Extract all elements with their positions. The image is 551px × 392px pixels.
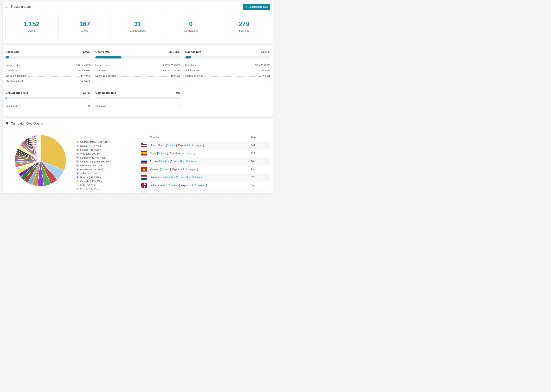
country-cell: United States [Details ›] [Export: All ›… <box>150 144 204 147</box>
legend-item[interactable]: Netherlands ( 67 / 4% ) <box>76 156 111 159</box>
country-links: [Details ›] [Export: All › / Unique ›] <box>169 184 207 187</box>
geo-table-row: Vietnam [Details ›] [Export: All › / Uni… <box>140 165 270 173</box>
stat-cell: 279 Bounces <box>218 14 270 40</box>
clicks-rate-panel: Clicks rate 4.46% Unique clicks167 / 4.4… <box>6 50 90 84</box>
export-all-link[interactable]: All › <box>187 144 191 147</box>
geo-table-row: Spain [Details ›] [Export: All › / Uniqu… <box>140 149 270 157</box>
legend-item[interactable]: Romania ( 49 / 3% ) <box>76 168 111 171</box>
stat-cell: 1,152 Opens <box>6 14 57 40</box>
clicks-rate-bar <box>6 56 90 58</box>
rate-detail-row: Soft bounces18 / 0% <box>185 68 270 73</box>
stat-value: 279 <box>218 21 270 28</box>
details-link[interactable]: Details › <box>161 168 170 171</box>
geo-table-row: United States [Details ›] [Export: All ›… <box>140 141 270 149</box>
stat-value: 1,152 <box>6 21 57 28</box>
country-cell: Russia [Details ›] [Export: All › / Uniq… <box>150 160 197 163</box>
legend-item[interactable]: France ( 42 / 2% ) <box>76 176 111 179</box>
unsubscribe-rate-bar <box>6 97 90 99</box>
geo-table-row: Netherlands [Details ›] [Export: All › /… <box>140 173 270 181</box>
details-link[interactable]: Details › <box>158 152 167 155</box>
complaints-rate-panel: Complaints rate 0% Complaints0 <box>95 91 180 109</box>
unsubscribe-rate-panel: Unsubscribe rate 0.77% Unsubscribes31 <box>6 91 90 109</box>
export-unique-link[interactable]: Unique › <box>189 192 198 193</box>
legend-item[interactable]: Spain ( 121 / 7% ) <box>76 144 111 147</box>
country-links: [Details ›] [Export: All › / Unique ›] <box>164 176 202 179</box>
rate-detail-row: Unique clicks167 / 4.456% <box>6 63 90 68</box>
export-all-link[interactable]: All › <box>185 176 190 179</box>
geo-table-header: Country Total <box>140 128 270 141</box>
stats-summary-row: 1,152 Opens 167 Clicks 31 Unsubscribes 0… <box>6 14 270 40</box>
legend-swatch <box>76 172 78 175</box>
geo-table-row: United Kingdom [Details ›] [Export: All … <box>140 181 270 189</box>
export-unique-link[interactable]: Unique › <box>185 152 194 155</box>
legend-label: Vietnam ( 79 / 5% ) <box>80 152 102 155</box>
bounce-rate-title: Bounce rate <box>185 50 201 54</box>
rate-detail-row: Total clicks220 / 5.87% <box>6 68 90 73</box>
country-links: [Details ›] [Export: All › / Unique ›] <box>160 168 198 171</box>
bar-chart-icon <box>6 5 9 8</box>
legend-item[interactable]: United Kingdom ( 59 / 3% ) <box>76 160 111 163</box>
export-all-link[interactable]: All › <box>182 192 186 193</box>
tracking-stats-card: Tracking stats Export basic stats 1,152 … <box>3 2 273 43</box>
legend-item[interactable]: Italy ( 36 / 2% ) <box>76 184 111 187</box>
details-link[interactable]: Details › <box>165 176 175 179</box>
geo-legend: United States ( 541 / 31% ) Spain ( 121 … <box>76 140 111 193</box>
stat-label: Complaints <box>165 29 217 32</box>
details-link[interactable]: Details › <box>159 160 169 163</box>
country-flag-icon <box>141 191 147 193</box>
stat-value: 167 <box>59 21 110 28</box>
export-basic-stats-button[interactable]: Export basic stats <box>243 4 270 10</box>
export-all-link[interactable]: All › <box>178 152 183 155</box>
legend-item[interactable]: United States ( 541 / 31% ) <box>76 140 111 143</box>
legend-item[interactable]: Canada ( 40 / 2% ) <box>76 180 111 183</box>
country-cell: Netherlands [Details ›] [Export: All › /… <box>150 176 202 179</box>
legend-swatch <box>76 168 78 170</box>
export-all-link[interactable]: All › <box>181 168 185 171</box>
export-unique-link[interactable]: Unique › <box>188 168 197 171</box>
geo-title-text: Campaign Geo Opens <box>11 122 43 125</box>
opens-rate-panel: Opens rate 30.736% Unique opens1,152 / 3… <box>95 50 180 84</box>
legend-label: United Kingdom ( 59 / 3% ) <box>80 160 111 163</box>
export-unique-link[interactable]: Unique › <box>186 160 196 163</box>
legend-label: France ( 42 / 2% ) <box>80 176 101 179</box>
legend-item[interactable]: Russia ( 86 / 5% ) <box>76 148 111 151</box>
export-unique-link[interactable]: Unique › <box>194 144 203 147</box>
stat-label: Bounces <box>218 29 270 32</box>
stat-cell: 0 Complaints <box>165 14 217 40</box>
country-flag-icon <box>141 167 147 172</box>
legend-item[interactable]: South Africa ( 29 / 2% ) <box>76 192 111 193</box>
legend-item[interactable]: India ( 46 / 3% ) <box>76 172 111 175</box>
dotted-leader <box>108 107 178 107</box>
rate-detail-row: Total opens2,303 / 61.446% <box>95 68 180 73</box>
dotted-leader <box>111 66 162 66</box>
export-icon <box>245 6 247 8</box>
geo-table-row: Russia [Details ›] [Export: All › / Uniq… <box>140 157 270 165</box>
legend-item[interactable]: Germany ( 55 / 3% ) <box>76 164 111 167</box>
export-all-link[interactable]: All › <box>179 160 184 163</box>
export-all-link[interactable]: All › <box>190 184 194 187</box>
rate-detail-row: Unsubscribes31 <box>6 104 90 109</box>
total-cell: 121 <box>251 152 270 155</box>
stat-label: Unsubscribes <box>112 29 164 32</box>
country-links: [Details ›] [Export: All › / Unique ›] <box>161 192 199 193</box>
country-flag-icon <box>141 151 147 155</box>
geo-pie-chart <box>14 135 66 187</box>
export-unique-link[interactable]: Unique › <box>197 184 206 187</box>
complaints-rate-bar <box>95 97 180 99</box>
rates-card: Clicks rate 4.46% Unique clicks167 / 4.4… <box>3 46 273 116</box>
clicks-rate-bar-fill <box>6 56 9 58</box>
legend-swatch <box>76 192 78 193</box>
details-link[interactable]: Details › <box>162 192 171 193</box>
details-link[interactable]: Details › <box>167 144 176 147</box>
geo-title: Campaign Geo Opens <box>6 122 43 125</box>
bounce-rate-bar-fill <box>185 56 191 58</box>
details-link[interactable]: Details › <box>170 184 179 187</box>
total-cell: 67 <box>251 176 270 179</box>
legend-item[interactable]: Vietnam ( 79 / 5% ) <box>76 152 111 155</box>
legend-item[interactable]: Brazil ( 33 / 2% ) <box>76 188 111 190</box>
export-unique-link[interactable]: Unique › <box>192 176 202 179</box>
dashboard-page: Tracking stats Export basic stats 1,152 … <box>0 0 276 199</box>
geo-table: Country Total United States [Details ›] … <box>140 128 270 193</box>
legend-label: United States ( 541 / 31% ) <box>80 140 111 143</box>
legend-swatch <box>76 164 78 167</box>
